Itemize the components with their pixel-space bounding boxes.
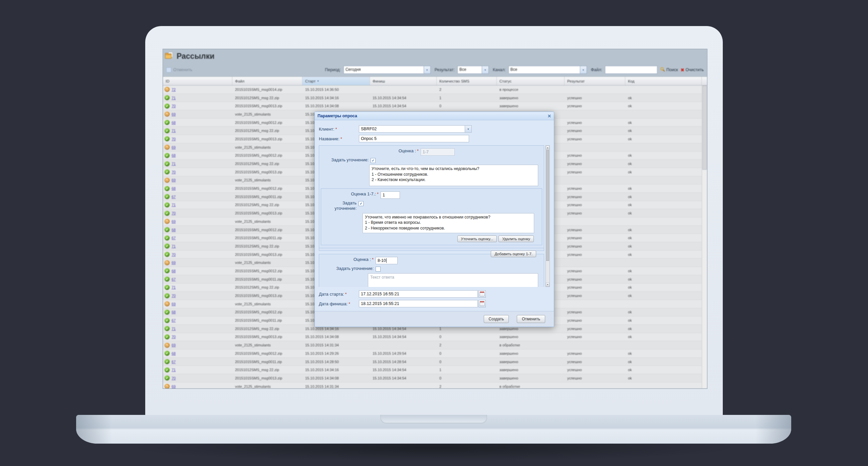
score-1-7-input[interactable] — [380, 192, 400, 199]
mailing-id-link[interactable]: 68 — [172, 351, 176, 355]
dropdown-icon[interactable]: ▼ — [580, 66, 587, 74]
delete-score-button[interactable]: Удалить оценку — [498, 235, 534, 242]
mailing-id-link[interactable]: 71 — [172, 244, 176, 248]
column-header-id[interactable]: ID — [163, 77, 232, 85]
file-cell: 20151015SMS_msg0013.zip — [232, 102, 303, 110]
mailing-id-link[interactable]: 70 — [172, 170, 176, 174]
table-row[interactable]: 72 20151015SMS_msg0014.zip 15.10.2015 14… — [163, 86, 702, 94]
dropdown-icon[interactable]: ▼ — [482, 66, 488, 74]
mailing-id-link[interactable]: 70 — [172, 137, 176, 141]
table-row[interactable]: 67 20151015SMS_msg0011.zip 15.10.2015 14… — [163, 358, 702, 366]
column-header-status[interactable]: Статус — [497, 77, 564, 85]
cancel-mailing-button[interactable]: Отменить — [166, 67, 192, 72]
close-icon[interactable]: ✕ — [548, 114, 551, 118]
dialog-scrollbar[interactable]: ▲ ▼ — [546, 145, 550, 287]
mailing-id-link[interactable]: 67 — [172, 360, 176, 364]
table-row[interactable]: 71 20151012SMS_msg 22.zip 15.10.2015 14:… — [163, 366, 702, 374]
refine-score-button[interactable]: Уточнить оценку... — [457, 235, 497, 242]
period-select[interactable]: Сегодня ▼ — [344, 66, 431, 74]
question-1-textarea[interactable]: Уточните, есть ли что-то, чем вы осталис… — [369, 165, 538, 186]
column-header-file[interactable]: Файл — [232, 77, 303, 85]
mailing-id-link[interactable]: 70 — [172, 253, 176, 257]
mailing-id-link[interactable]: 69 — [172, 220, 176, 224]
mailing-id-link[interactable]: 67 — [172, 318, 176, 322]
mailing-id-link[interactable]: 69 — [172, 384, 176, 388]
mailing-id-link[interactable]: 67 — [172, 236, 176, 240]
clarify-checkbox-unchecked[interactable] — [376, 267, 380, 271]
create-button[interactable]: Создать — [484, 315, 509, 323]
mailing-id-link[interactable]: 71 — [172, 128, 176, 133]
mailing-id-link[interactable]: 68 — [172, 121, 176, 125]
mailing-id-link[interactable]: 69 — [172, 261, 176, 265]
file-filter-input[interactable] — [605, 66, 657, 74]
table-scrollbar-thumb[interactable] — [703, 86, 707, 170]
mailing-id-link[interactable]: 71 — [172, 162, 176, 166]
mailing-id-link[interactable]: 69 — [172, 178, 176, 182]
mailing-id-link[interactable]: 71 — [172, 368, 176, 372]
client-select[interactable]: SBRF02 ▼ — [359, 125, 472, 133]
mailing-id-link[interactable]: 70 — [172, 104, 176, 108]
mailing-id-link[interactable]: 68 — [172, 310, 176, 314]
add-score-1-7-button[interactable]: Добавить оценку 1-7. — [491, 251, 536, 257]
mailing-id-link[interactable]: 70 — [172, 335, 176, 339]
table-row[interactable]: 68 20151015SMS_msg0012.zip 15.10.2015 14… — [163, 349, 702, 358]
mailing-id-link[interactable]: 68 — [172, 269, 176, 273]
mailing-id-link[interactable]: 68 — [172, 186, 176, 191]
mailing-id-link[interactable]: 70 — [172, 376, 176, 380]
mailing-id-link[interactable]: 71 — [172, 285, 176, 289]
column-header-start[interactable]: Старт ▼ — [303, 77, 370, 85]
calendar-icon[interactable] — [478, 290, 486, 298]
mailing-id-link[interactable]: 69 — [172, 145, 176, 149]
mailing-id-link[interactable]: 69 — [172, 302, 176, 306]
search-button[interactable]: Поиск — [660, 67, 678, 73]
mailing-id-link[interactable]: 70 — [172, 211, 176, 215]
dropdown-icon[interactable]: ▼ — [465, 125, 472, 133]
table-row[interactable]: 70 20151015SMS_msg0013.zip 15.10.2015 14… — [163, 333, 702, 341]
mailing-id-link[interactable]: 71 — [172, 327, 176, 331]
sms-count-cell: 0 — [437, 102, 497, 110]
table-row[interactable]: 70 20151015SMS_msg0013.zip 15.10.2015 14… — [163, 374, 702, 382]
date-start-input[interactable] — [359, 290, 478, 298]
calendar-icon[interactable] — [478, 300, 486, 307]
scroll-up-icon[interactable]: ▲ — [546, 146, 550, 150]
dialog-scrollbar-thumb[interactable] — [546, 150, 549, 261]
laptop-screen: Рассылки Отменить Период: Сегодня ▼ Резу… — [145, 26, 723, 415]
column-header-result[interactable]: Результат — [564, 77, 625, 85]
channel-select[interactable]: Все ▼ — [508, 66, 587, 74]
clear-button[interactable]: ✖ Очистить — [681, 67, 704, 72]
mailing-id-link[interactable]: 67 — [172, 195, 176, 199]
date-finish-input[interactable] — [359, 300, 478, 307]
sms-count-cell: 0 — [437, 349, 497, 357]
mailing-id-link[interactable]: 71 — [172, 203, 176, 207]
score-group-1-7: Оценка :* 1-7 Задать уточнение: ✓ Уточни… — [319, 145, 544, 251]
table-row[interactable]: 71 20151012SMS_msg 22.zip 15.10.2015 14:… — [163, 94, 702, 102]
id-cell: 68 — [163, 267, 232, 275]
status-icon — [164, 334, 169, 340]
table-row[interactable]: 69 vote_2125_stimulants 15.10.2015 14:31… — [163, 382, 702, 388]
clarify-checkbox-checked[interactable]: ✓ — [371, 158, 376, 163]
cancel-button[interactable]: Отменить — [517, 315, 545, 323]
column-header-finish[interactable]: Финиш — [370, 77, 437, 85]
result-select[interactable]: Все ▼ — [457, 66, 489, 74]
table-row[interactable]: 69 vote_2125_stimulants 15.10.2015 14:31… — [163, 341, 702, 349]
answer-text-textarea[interactable] — [368, 273, 538, 287]
survey-name-input[interactable] — [359, 135, 469, 142]
mailing-id-link[interactable]: 72 — [172, 88, 176, 91]
table-scrollbar[interactable] — [702, 86, 707, 388]
mailing-id-link[interactable]: 70 — [172, 294, 176, 298]
column-header-sms-count[interactable]: Количество SMS — [437, 77, 497, 85]
score-range-input-focused[interactable]: 8-10 — [376, 257, 398, 264]
mailing-id-link[interactable]: 68 — [172, 228, 176, 232]
mailing-id-link[interactable]: 69 — [172, 343, 176, 347]
mailing-id-link[interactable]: 69 — [172, 112, 176, 116]
mailing-id-link[interactable]: 67 — [172, 277, 176, 281]
clarify-checkbox-checked[interactable]: ✓ — [359, 201, 364, 206]
column-header-code[interactable]: Код — [625, 77, 702, 85]
dropdown-icon[interactable]: ▼ — [424, 66, 430, 74]
question-2-textarea[interactable]: Уточните, что именно не понравилось в от… — [363, 213, 534, 233]
scroll-down-icon[interactable]: ▼ — [546, 283, 550, 287]
mailing-id-link[interactable]: 68 — [172, 153, 176, 157]
table-row[interactable]: 70 20151015SMS_msg0013.zip 15.10.2015 14… — [163, 102, 702, 110]
mailing-id-link[interactable]: 71 — [172, 96, 176, 100]
file-cell: 20151015SMS_msg0012.zip — [232, 119, 303, 126]
